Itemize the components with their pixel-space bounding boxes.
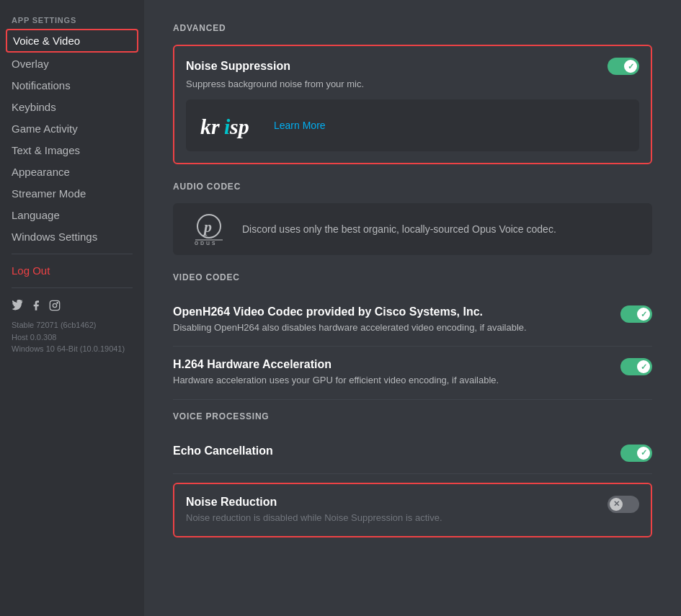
toggle-thumb: ✓: [624, 60, 637, 73]
echo-cancellation-check-icon: ✓: [641, 448, 647, 457]
noise-suppression-toggle[interactable]: ✓: [607, 58, 639, 75]
voice-processing-section-title: VOICE PROCESSING: [173, 411, 652, 421]
twitter-icon[interactable]: [12, 300, 23, 313]
sidebar-item-language[interactable]: Language: [6, 205, 138, 226]
check-icon: ✓: [628, 62, 634, 71]
log-out-button[interactable]: Log Out: [6, 260, 138, 281]
svg-text:p: p: [202, 218, 212, 236]
h264-toggle[interactable]: ✓: [620, 358, 652, 375]
opus-logo: p opus: [187, 213, 231, 245]
sidebar-item-text-images[interactable]: Text & Images: [6, 140, 138, 161]
facebook-icon[interactable]: [30, 300, 42, 313]
advanced-section-title: ADVANCED: [173, 23, 652, 33]
sidebar-item-appearance[interactable]: Appearance: [6, 161, 138, 182]
social-links: [6, 294, 138, 316]
audio-codec-banner: p opus Discord uses only the best organi…: [173, 203, 652, 255]
openh264-row: OpenH264 Video Codec provided by Cisco S…: [173, 305, 652, 334]
svg-text:sp: sp: [229, 115, 249, 138]
noise-reduction-text: Noise Reduction Noise reduction is disab…: [186, 496, 596, 525]
sidebar-divider-2: [12, 287, 133, 288]
h264-toggle-track[interactable]: ✓: [620, 358, 652, 375]
openh264-text: OpenH264 Video Codec provided by Cisco S…: [173, 305, 609, 334]
openh264-toggle-thumb: ✓: [637, 308, 650, 321]
opus-codec-desc: Discord uses only the best organic, loca…: [242, 223, 556, 235]
echo-cancellation-row: Echo Cancellation ✓: [173, 445, 652, 462]
echo-cancellation-block: Echo Cancellation ✓: [173, 433, 652, 474]
sidebar: APP SETTINGS Voice & Video Overlay Notif…: [0, 0, 144, 616]
echo-cancellation-toggle-thumb: ✓: [637, 447, 650, 460]
svg-text:kr: kr: [200, 115, 220, 138]
h264-toggle-thumb: ✓: [637, 360, 650, 373]
krisp-logo: kr i sp: [200, 111, 265, 140]
video-codec-section-title: VIDEO CODEC: [173, 272, 652, 282]
krisp-banner: kr i sp Learn More: [186, 99, 639, 151]
krisp-learn-more-link[interactable]: Learn More: [274, 120, 326, 131]
svg-point-2: [57, 303, 58, 303]
noise-reduction-desc: Noise reduction is disabled while Noise …: [186, 512, 596, 525]
noise-reduction-toggle[interactable]: ✕: [607, 496, 639, 513]
sidebar-item-overlay[interactable]: Overlay: [6, 53, 138, 74]
h264-setting-block: H.264 Hardware Acceleration Hardware acc…: [173, 347, 652, 399]
noise-suppression-title: Noise Suppression: [186, 60, 290, 73]
noise-suppression-card: Noise Suppression ✓ Suppress background …: [173, 45, 652, 164]
sidebar-section-label: APP SETTINGS: [6, 12, 138, 27]
h264-desc: Hardware acceleration uses your GPU for …: [173, 374, 609, 387]
sidebar-item-game-activity[interactable]: Game Activity: [6, 118, 138, 139]
openh264-check-icon: ✓: [641, 310, 647, 319]
openh264-desc: Disabling OpenH264 also disables hardwar…: [173, 321, 609, 334]
echo-cancellation-title: Echo Cancellation: [173, 445, 609, 457]
noise-reduction-card: Noise Reduction Noise reduction is disab…: [173, 483, 652, 537]
h264-text: H.264 Hardware Acceleration Hardware acc…: [173, 358, 609, 387]
instagram-icon[interactable]: [49, 300, 61, 313]
main-content: ADVANCED Noise Suppression ✓ Suppress ba…: [144, 0, 681, 616]
sidebar-item-voice-video[interactable]: Voice & Video: [6, 29, 138, 53]
krisp-logo-svg: kr i sp: [200, 111, 265, 140]
openh264-toggle-track[interactable]: ✓: [620, 305, 652, 323]
svg-point-1: [53, 303, 56, 307]
noise-suppression-desc: Suppress background noise from your mic.: [186, 78, 639, 91]
sidebar-divider: [12, 254, 133, 254]
h264-title: H.264 Hardware Acceleration: [173, 358, 609, 371]
noise-reduction-x-icon: ✕: [613, 499, 620, 509]
h264-row: H.264 Hardware Acceleration Hardware acc…: [173, 358, 652, 387]
noise-reduction-toggle-track[interactable]: ✕: [607, 496, 639, 513]
svg-rect-0: [50, 300, 59, 310]
echo-cancellation-toggle-track[interactable]: ✓: [620, 445, 652, 462]
echo-cancellation-toggle[interactable]: ✓: [620, 445, 652, 462]
noise-suppression-row: Noise Suppression ✓: [186, 58, 639, 75]
h264-check-icon: ✓: [641, 362, 647, 372]
noise-reduction-toggle-thumb: ✕: [610, 498, 623, 511]
sidebar-item-keybinds[interactable]: Keybinds: [6, 97, 138, 117]
sidebar-item-windows-settings[interactable]: Windows Settings: [6, 226, 138, 247]
noise-reduction-title: Noise Reduction: [186, 496, 596, 509]
openh264-title: OpenH264 Video Codec provided by Cisco S…: [173, 305, 609, 318]
audio-codec-section-title: AUDIO CODEC: [173, 182, 652, 192]
toggle-track-on[interactable]: ✓: [607, 58, 639, 75]
openh264-setting-block: OpenH264 Video Codec provided by Cisco S…: [173, 294, 652, 347]
openh264-toggle[interactable]: ✓: [620, 305, 652, 323]
sidebar-item-notifications[interactable]: Notifications: [6, 75, 138, 96]
svg-text:opus: opus: [195, 239, 218, 245]
echo-cancellation-text: Echo Cancellation: [173, 445, 609, 460]
noise-reduction-row: Noise Reduction Noise reduction is disab…: [186, 496, 639, 525]
version-info: Stable 72071 (6cb1462) Host 0.0.308 Wind…: [6, 316, 138, 358]
sidebar-item-streamer-mode[interactable]: Streamer Mode: [6, 183, 138, 204]
